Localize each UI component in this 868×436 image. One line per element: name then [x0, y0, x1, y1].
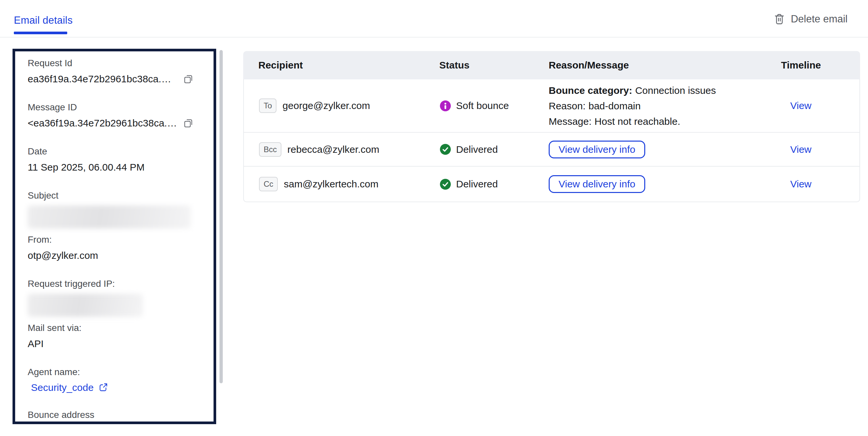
field-label: Mail sent via: — [28, 322, 205, 334]
field-subject: Subject — [28, 190, 205, 229]
recipient-type-badge: To — [259, 98, 277, 113]
column-header-recipient: Recipient — [243, 60, 439, 71]
reason-line-text: Host not reachable. — [594, 116, 680, 127]
field-label: Message ID — [28, 101, 205, 113]
topbar: Email details Delete email — [0, 0, 868, 38]
field-bounce-address: Bounce address — [28, 409, 205, 421]
field-label: Bounce address — [28, 409, 205, 421]
status-label: Delivered — [456, 144, 498, 155]
column-header-reason: Reason/Message — [548, 60, 780, 71]
reason-line: Bounce category:Connection issues — [549, 83, 781, 98]
field-message-id: Message ID <ea36f19a.34e72b2961bc38ca.… — [28, 101, 205, 130]
table-body: To george@zylker.com Soft bounce — [243, 79, 860, 202]
table-row: Bcc rebecca@zylker.com Delivered View de… — [244, 133, 860, 167]
panel-scrollbar[interactable] — [219, 50, 223, 383]
reason-message-cell: Bounce category:Connection issues Reason… — [549, 83, 781, 129]
field-request-id: Request Id ea36f19a.34e72b2961bc38ca.… — [28, 57, 205, 86]
reason-line-text: Connection issues — [635, 85, 716, 96]
timeline-view-link[interactable]: View — [781, 100, 811, 111]
table-header: Recipient Status Reason/Message Timeline — [243, 51, 860, 79]
table-row: To george@zylker.com Soft bounce — [244, 79, 860, 133]
status-label: Delivered — [456, 178, 498, 190]
field-request-triggered-ip: Request triggered IP: — [28, 278, 205, 317]
field-agent-name: Agent name: Security_code — [28, 366, 205, 393]
check-circle-icon — [440, 144, 451, 155]
recipient-type-badge: Cc — [259, 177, 278, 191]
check-circle-icon — [440, 179, 451, 190]
field-label: From: — [28, 234, 205, 246]
delete-email-label: Delete email — [791, 13, 847, 25]
column-header-timeline: Timeline — [780, 60, 860, 71]
reason-line: Message:Host not reachable. — [549, 113, 781, 129]
recipient-type-badge: Bcc — [259, 142, 281, 157]
column-header-status: Status — [439, 60, 548, 71]
external-link-icon — [98, 383, 108, 393]
trash-icon — [774, 13, 784, 25]
recipient-email: george@zylker.com — [282, 100, 370, 111]
reason-line: Reason:bad-domain — [549, 98, 781, 113]
reason-line-label: Bounce category: — [549, 85, 632, 96]
copy-icon[interactable] — [184, 74, 193, 83]
email-details-page: Email details Delete email Request Id ea… — [0, 0, 868, 436]
tab-email-details[interactable]: Email details — [14, 14, 72, 26]
reason-line-label: Message: — [549, 116, 591, 127]
tab-active-underline — [14, 32, 67, 34]
request-id-value: ea36f19a.34e72b2961bc38ca.… — [28, 72, 171, 86]
agent-name-label: Security_code — [31, 382, 94, 393]
recipients-table: Recipient Status Reason/Message Timeline… — [243, 51, 860, 202]
field-label: Subject — [28, 190, 205, 202]
field-mail-sent-via: Mail sent via: API — [28, 322, 205, 350]
reason-line-label: Reason: — [549, 100, 586, 111]
email-details-panel: Request Id ea36f19a.34e72b2961bc38ca.… M… — [12, 49, 216, 424]
from-value: otp@zylker.com — [28, 249, 205, 262]
field-label: Date — [28, 145, 205, 158]
info-circle-icon — [440, 100, 451, 111]
date-value: 11 Sep 2025, 06.00.44 PM — [28, 161, 205, 174]
field-label: Request triggered IP: — [28, 278, 205, 290]
ip-redacted-value — [28, 294, 143, 317]
timeline-view-link[interactable]: View — [781, 144, 811, 155]
timeline-view-link[interactable]: View — [781, 178, 811, 190]
recipient-email: rebecca@zylker.com — [287, 144, 379, 155]
subject-redacted-value — [28, 205, 191, 229]
table-row: Cc sam@zylkertech.com Delivered View del… — [244, 167, 860, 202]
reason-line-text: bad-domain — [589, 100, 641, 111]
copy-icon[interactable] — [184, 119, 193, 128]
field-label: Agent name: — [28, 366, 205, 378]
agent-name-link[interactable]: Security_code — [31, 382, 108, 393]
view-delivery-info-button[interactable]: View delivery info — [549, 141, 645, 158]
message-id-value: <ea36f19a.34e72b2961bc38ca.… — [28, 116, 177, 130]
field-label: Request Id — [28, 57, 205, 69]
recipient-email: sam@zylkertech.com — [284, 178, 378, 190]
field-from: From: otp@zylker.com — [28, 234, 205, 262]
view-delivery-info-button[interactable]: View delivery info — [549, 175, 645, 193]
delete-email-button[interactable]: Delete email — [774, 10, 847, 28]
field-date: Date 11 Sep 2025, 06.00.44 PM — [28, 145, 205, 174]
status-label: Soft bounce — [456, 100, 509, 111]
mail-sent-via-value: API — [28, 337, 205, 350]
